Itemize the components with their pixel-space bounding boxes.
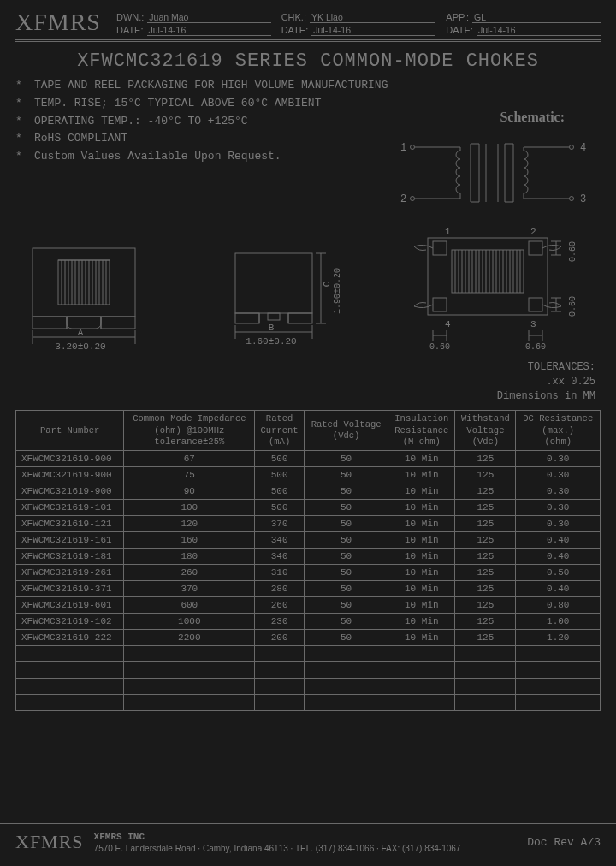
logo: XFMRS bbox=[15, 9, 101, 36]
table-cell: 75 bbox=[124, 466, 255, 483]
table-cell: XFWCMC321619-900 bbox=[16, 483, 124, 499]
table-cell: XFWCMC321619-371 bbox=[16, 580, 124, 596]
hf-value: Jul-14-16 bbox=[147, 25, 271, 36]
svg-text:4: 4 bbox=[445, 319, 451, 329]
table-cell: 1.20 bbox=[516, 629, 601, 645]
bullet-text: TAPE AND REEL PACKAGING FOR HIGH VOLUME … bbox=[34, 77, 388, 95]
table-cell: 0.80 bbox=[516, 596, 601, 613]
svg-text:3: 3 bbox=[530, 319, 536, 329]
table-cell: 10 Min bbox=[388, 483, 455, 499]
table-row-empty bbox=[16, 694, 601, 710]
bullet-star: * bbox=[15, 130, 34, 148]
table-cell: 10 Min bbox=[388, 531, 455, 548]
hf-chk: CHK.:YK Liao bbox=[281, 12, 436, 23]
table-cell bbox=[16, 645, 124, 661]
footer-address: 7570 E. Landersdale Road · Camby, Indian… bbox=[94, 843, 528, 854]
tol-line1: .xx 0.25 bbox=[15, 375, 595, 389]
svg-rect-16 bbox=[33, 248, 135, 317]
table-cell: 370 bbox=[255, 515, 305, 531]
bullet-text: TEMP. RISE; 15°C TYPICAL ABOVE 60°C AMBI… bbox=[34, 95, 321, 113]
table-cell: 0.40 bbox=[516, 548, 601, 564]
table-cell bbox=[388, 694, 455, 710]
table-cell bbox=[16, 694, 124, 710]
schematic-label: Schematic: bbox=[500, 110, 565, 125]
table-cell: 125 bbox=[455, 596, 516, 613]
svg-rect-18 bbox=[101, 317, 135, 329]
hf-value: YK Liao bbox=[310, 12, 435, 23]
table-row: XFWCMC321619-900905005010 Min1250.30 bbox=[16, 483, 601, 499]
table-cell bbox=[516, 678, 601, 694]
table-cell: 500 bbox=[255, 483, 305, 499]
table-cell bbox=[516, 645, 601, 661]
tolerances: TOLERANCES: .xx 0.25 Dimensions in MM bbox=[15, 360, 601, 403]
table-cell bbox=[255, 661, 305, 678]
spec-thead: Part NumberCommon Mode Impedance(ohm) @1… bbox=[16, 411, 601, 450]
hf-label: DWN.: bbox=[116, 12, 144, 22]
svg-text:1.60±0.20: 1.60±0.20 bbox=[246, 336, 296, 347]
drawing-top-view: A 3.20±0.20 bbox=[15, 241, 152, 355]
table-cell: 125 bbox=[455, 499, 516, 515]
table-cell bbox=[255, 694, 305, 710]
table-cell bbox=[304, 678, 388, 694]
table-cell: XFWCMC321619-181 bbox=[16, 548, 124, 564]
table-cell: 10 Min bbox=[388, 499, 455, 515]
table-cell: 125 bbox=[455, 466, 516, 483]
footer-body: XFMRS INC 7570 E. Landersdale Road · Cam… bbox=[94, 831, 528, 854]
table-cell: 2200 bbox=[124, 629, 255, 645]
hf-label: DATE: bbox=[281, 25, 309, 35]
bullet-text: OPERATING TEMP.: -40°C TO +125°C bbox=[34, 113, 248, 131]
spec-table: Part NumberCommon Mode Impedance(ohm) @1… bbox=[15, 410, 601, 710]
hf-value: Jul-14-16 bbox=[311, 25, 435, 36]
svg-text:A: A bbox=[78, 328, 84, 338]
drawing-pad-layout: 1 2 3 4 bbox=[404, 224, 601, 355]
svg-text:2: 2 bbox=[530, 227, 536, 237]
table-cell: 10 Min bbox=[388, 613, 455, 629]
table-cell bbox=[16, 661, 124, 678]
hf-value: Jul-14-16 bbox=[477, 25, 601, 36]
svg-text:4: 4 bbox=[580, 142, 586, 154]
bullet-star: * bbox=[15, 148, 34, 166]
spec-th: WithstandVoltage(Vdc) bbox=[455, 411, 516, 450]
table-cell: 10 Min bbox=[388, 564, 455, 580]
table-cell: 10 Min bbox=[388, 450, 455, 466]
table-cell: 0.30 bbox=[516, 483, 601, 499]
svg-rect-21 bbox=[58, 260, 110, 305]
table-cell: 500 bbox=[255, 499, 305, 515]
table-cell: 125 bbox=[455, 548, 516, 564]
header-fields: DWN.:Juan Mao CHK.:YK Liao APP.:GL DATE:… bbox=[116, 12, 601, 36]
table-cell: 280 bbox=[255, 580, 305, 596]
table-cell: 1.00 bbox=[516, 613, 601, 629]
bullet-star: * bbox=[15, 95, 34, 113]
schematic-svg: 1 2 4 3 bbox=[394, 137, 590, 214]
table-cell: XFWCMC321619-900 bbox=[16, 466, 124, 483]
tol-line2: Dimensions in MM bbox=[15, 389, 595, 404]
svg-text:1.90±0.20: 1.90±0.20 bbox=[333, 268, 342, 314]
hf-app: APP.:GL bbox=[446, 12, 601, 23]
table-cell: 50 bbox=[304, 548, 388, 564]
table-cell: 0.50 bbox=[516, 564, 601, 580]
table-cell bbox=[16, 678, 124, 694]
title: XFWCMC321619 SERIES COMMON-MODE CHOKES bbox=[15, 50, 601, 72]
bullet-text: Custom Values Available Upon Request. bbox=[34, 148, 281, 166]
table-cell: 0.30 bbox=[516, 450, 601, 466]
table-cell: 10 Min bbox=[388, 548, 455, 564]
table-cell: XFWCMC321619-222 bbox=[16, 629, 124, 645]
table-cell: 50 bbox=[304, 466, 388, 483]
table-cell: 340 bbox=[255, 548, 305, 564]
hf-label: DATE: bbox=[446, 25, 473, 35]
table-cell bbox=[388, 678, 455, 694]
table-cell bbox=[255, 678, 305, 694]
table-row: XFWCMC321619-6016002605010 Min1250.80 bbox=[16, 596, 601, 613]
table-cell: 160 bbox=[124, 531, 255, 548]
drawings: A 3.20±0.20 B 1.60±0.20 bbox=[15, 224, 601, 355]
table-cell: 0.30 bbox=[516, 515, 601, 531]
table-cell: 0.40 bbox=[516, 580, 601, 596]
table-cell: 67 bbox=[124, 450, 255, 466]
footer-logo: XFMRS bbox=[15, 831, 84, 853]
hf-date1: DATE:Jul-14-16 bbox=[116, 25, 271, 36]
svg-rect-44 bbox=[288, 313, 312, 323]
table-cell: 1000 bbox=[124, 613, 255, 629]
footer-rev: Doc Rev A/3 bbox=[527, 836, 601, 849]
table-row: XFWCMC321619-2612603105010 Min1250.50 bbox=[16, 564, 601, 580]
svg-text:3: 3 bbox=[580, 193, 586, 205]
